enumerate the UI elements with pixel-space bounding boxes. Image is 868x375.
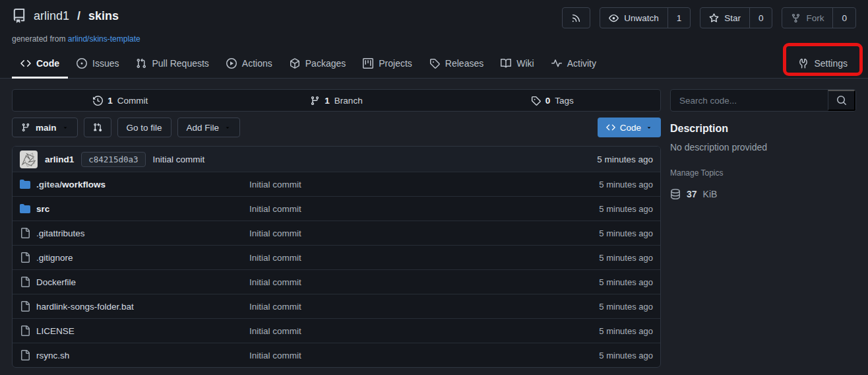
search-code-input[interactable] [671,90,828,111]
file-icon [20,325,30,336]
tab-label: Settings [814,58,848,69]
unwatch-label: Unwatch [624,13,659,23]
history-icon [93,96,103,106]
tab-code[interactable]: Code [12,50,68,79]
repo-owner-link[interactable]: arlind1 [34,9,69,23]
tags-stat[interactable]: 0 Tags [445,90,660,111]
pulse-icon [551,58,562,69]
tab-label: Issues [92,58,119,69]
star-button[interactable]: Star [700,8,749,28]
commits-stat[interactable]: 1 Commit [13,90,228,111]
tab-label: Pull Requests [152,58,208,69]
add-file-label: Add File [187,123,220,133]
rss-icon [571,13,581,23]
file-commit-message[interactable]: Initial commit [249,351,301,360]
folder-icon [20,203,30,214]
file-commit-message[interactable]: Initial commit [249,302,301,312]
issue-icon [77,58,87,69]
database-icon [670,189,681,199]
tab-releases[interactable]: Releases [421,50,492,79]
commit-hash-badge[interactable]: c84215d0a3 [81,152,145,167]
file-commit-time: 5 minutes ago [599,326,653,336]
fork-button[interactable]: Fork [782,8,832,28]
code-download-button[interactable]: Code [598,118,661,137]
file-name-link[interactable]: .gitea/workflows [36,180,106,189]
branches-stat[interactable]: 1 Branch [228,90,444,111]
fork-button-group: Fork 0 [782,7,856,28]
chevron-down-icon [224,124,231,131]
tab-packages[interactable]: Packages [281,50,354,79]
repo-size: 37 KiB [670,189,856,199]
file-name-link[interactable]: .gitignore [36,253,73,263]
file-commit-message[interactable]: Initial commit [249,326,301,336]
commit-author-avatar[interactable] [20,151,38,168]
manage-topics-link[interactable]: Manage Topics [670,168,856,178]
star-button-group: Star 0 [700,7,772,28]
repo-page: arlind1 / skins Unwatch 1 [0,0,868,375]
file-row: hardlink-songs-folder.batInitial commit5… [13,294,660,318]
tab-projects[interactable]: Projects [354,50,421,79]
code-button-label: Code [620,123,641,133]
pull-request-icon [136,58,146,69]
commit-message-link[interactable]: Initial commit [153,154,205,164]
search-icon [836,95,847,106]
file-browser: arlind1 c84215d0a3 Initial commit 5 minu… [12,146,661,368]
branch-selector[interactable]: main [12,118,78,137]
latest-commit-row: arlind1 c84215d0a3 Initial commit 5 minu… [13,147,660,172]
repo-name-link[interactable]: skins [88,9,119,23]
repo-actions: Unwatch 1 Star 0 Fork 0 [562,7,856,28]
package-icon [290,58,300,69]
code-icon [606,123,615,132]
current-branch-name: main [36,123,57,133]
tab-label: Releases [445,58,483,69]
book-icon [501,58,511,69]
chevron-down-icon [62,124,69,131]
file-commit-time: 5 minutes ago [599,351,653,360]
file-row: .gitattributesInitial commit5 minutes ag… [13,221,660,245]
branch-count: 1 [325,96,330,106]
template-repo-link[interactable]: arlind/skins-template [68,34,140,44]
code-icon [20,58,31,69]
tab-activity[interactable]: Activity [543,50,605,79]
watch-count[interactable]: 1 [667,8,691,28]
file-commit-message[interactable]: Initial commit [249,277,301,287]
file-commit-message[interactable]: Initial commit [249,204,301,214]
commit-stat-label: Commit [117,96,148,106]
file-name-link[interactable]: rsync.sh [36,351,69,360]
unwatch-button[interactable]: Unwatch [600,8,667,28]
file-commit-message[interactable]: Initial commit [249,180,301,189]
file-name-link[interactable]: hardlink-songs-folder.bat [36,302,134,312]
commit-author-name[interactable]: arlind1 [45,154,74,164]
add-file-button[interactable]: Add File [177,118,241,137]
tab-settings[interactable]: Settings [790,50,856,79]
generated-from-line: generated from arlind/skins-template [12,34,856,46]
file-icon [20,277,30,287]
star-count[interactable]: 0 [749,8,772,28]
file-list: .gitea/workflowsInitial commit5 minutes … [13,172,660,367]
tab-wiki[interactable]: Wiki [492,50,542,79]
tab-actions[interactable]: Actions [218,50,281,79]
go-to-file-button[interactable]: Go to file [117,118,171,137]
tab-label: Actions [242,58,272,69]
file-name-link[interactable]: src [36,204,49,214]
tab-issues[interactable]: Issues [68,50,127,79]
fork-count[interactable]: 0 [832,8,855,28]
rss-button[interactable] [563,8,590,28]
file-name-link[interactable]: .gitattributes [36,228,85,238]
file-icon [20,350,30,360]
tag-stat-label: Tags [555,96,574,106]
branch-icon [21,123,30,132]
file-name-link[interactable]: Dockerfile [36,277,76,287]
file-name-link[interactable]: LICENSE [36,326,75,336]
compare-button[interactable] [84,118,111,137]
file-commit-message[interactable]: Initial commit [249,228,301,238]
tab-pull-requests[interactable]: Pull Requests [127,50,217,79]
file-row: rsync.shInitial commit5 minutes ago [13,343,660,367]
search-submit-button[interactable] [828,90,855,111]
repo-stats-bar: 1 Commit 1 Branch 0 Tags [12,89,661,112]
file-row: LICENSEInitial commit5 minutes ago [13,318,660,343]
repo-sidebar: Description No description provided Mana… [670,89,856,199]
file-commit-message[interactable]: Initial commit [249,253,301,263]
tools-icon [798,58,809,69]
repo-separator: / [77,9,81,23]
